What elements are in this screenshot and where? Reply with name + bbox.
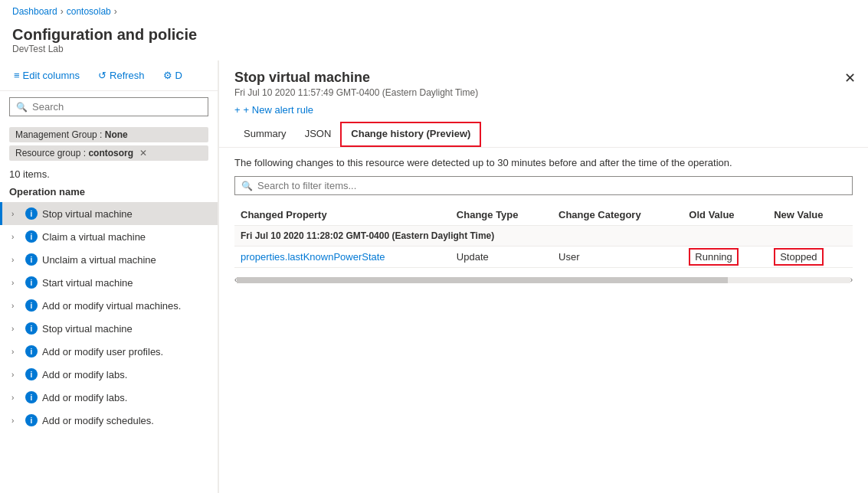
filter-search-box: 🔍	[234, 176, 853, 195]
scroll-right-arrow[interactable]: ›	[850, 276, 853, 284]
scroll-track[interactable]	[237, 277, 850, 283]
list-item[interactable]: › i Add or modify labs.	[0, 386, 218, 409]
breadcrumb-dashboard[interactable]: Dashboard	[12, 6, 57, 17]
list-item[interactable]: › i Add or modify schedules.	[0, 409, 218, 432]
new-value-badge: Stopped	[774, 248, 823, 266]
list-item[interactable]: › i Start virtual machine	[0, 271, 218, 294]
col-header-change-type: Change Type	[450, 204, 552, 226]
breadcrumb: Dashboard › contosolab ›	[0, 0, 868, 23]
new-alert-rule-button[interactable]: + + New alert rule	[219, 98, 868, 122]
chevron-right-icon: ›	[11, 210, 21, 218]
chevron-right-icon: ›	[11, 348, 21, 356]
info-icon: i	[25, 253, 38, 266]
diagnostics-icon: ⚙	[163, 70, 172, 81]
refresh-icon: ↺	[98, 70, 106, 81]
info-icon: i	[25, 414, 38, 426]
list-item[interactable]: › i Claim a virtual machine	[0, 225, 218, 248]
chevron-right-icon: ›	[11, 233, 21, 241]
change-description: The following changes to this resource w…	[234, 157, 853, 168]
chevron-right-icon: ›	[11, 256, 21, 264]
info-icon: i	[25, 345, 38, 358]
tab-change-history[interactable]: Change history (Preview)	[340, 122, 481, 147]
table-group-row: Fri Jul 10 2020 11:28:02 GMT-0400 (Easte…	[234, 226, 853, 246]
info-icon: i	[25, 391, 38, 403]
change-table: Changed Property Change Type Change Cate…	[234, 204, 853, 268]
info-icon: i	[25, 207, 38, 220]
plus-icon: +	[234, 104, 241, 116]
info-icon: i	[25, 368, 38, 380]
info-icon: i	[25, 322, 38, 335]
page-title: Configuration and policie	[12, 26, 856, 44]
chevron-right-icon: ›	[11, 279, 21, 287]
toolbar: ≡ Edit columns ↺ Refresh ⚙ D	[0, 60, 218, 91]
info-icon: i	[25, 230, 38, 243]
close-button[interactable]: ✕	[844, 70, 856, 87]
list-item[interactable]: › i Add or modify virtual machines.	[0, 294, 218, 317]
scroll-thumb	[237, 277, 727, 283]
col-header-change-category: Change Category	[552, 204, 683, 226]
col-header-new-value: New Value	[768, 204, 853, 226]
chevron-right-icon: ›	[11, 416, 21, 425]
horizontal-scrollbar: ‹ ›	[234, 274, 853, 286]
change-type-cell: Update	[450, 246, 552, 268]
old-value-cell: Running	[683, 246, 768, 268]
changed-property-link[interactable]: properties.lastKnownPowerState	[241, 251, 385, 263]
chevron-right-icon: ›	[11, 371, 21, 379]
search-icon: 🔍	[16, 102, 28, 113]
info-icon: i	[25, 276, 38, 289]
chevron-right-icon: ›	[11, 325, 21, 333]
search-box: 🔍	[9, 97, 208, 116]
left-panel: ≡ Edit columns ↺ Refresh ⚙ D 🔍	[0, 60, 218, 493]
page-title-area: Configuration and policie DevTest Lab	[0, 23, 868, 60]
filter-tag-management-group: Management Group : None	[9, 127, 208, 142]
tab-summary[interactable]: Summary	[234, 122, 296, 147]
list-item[interactable]: › i Stop virtual machine	[0, 202, 218, 225]
edit-columns-button[interactable]: ≡ Edit columns	[9, 67, 84, 84]
filter-search-icon: 🔍	[241, 181, 253, 191]
page-subtitle: DevTest Lab	[12, 44, 856, 54]
remove-resource-group-filter[interactable]: ✕	[139, 148, 147, 158]
detail-header: Stop virtual machine Fri Jul 10 2020 11:…	[219, 60, 868, 98]
changed-property-cell: properties.lastKnownPowerState	[234, 246, 450, 268]
info-icon: i	[25, 299, 38, 312]
tab-json[interactable]: JSON	[296, 122, 341, 147]
operation-name-header: Operation name	[0, 183, 218, 202]
columns-icon: ≡	[14, 70, 20, 81]
filter-tags: Management Group : None Resource group :…	[0, 122, 218, 165]
detail-title: Stop virtual machine	[234, 70, 853, 86]
detail-panel: Stop virtual machine Fri Jul 10 2020 11:…	[218, 60, 868, 493]
old-value-badge: Running	[689, 248, 738, 266]
diagnostics-button[interactable]: ⚙ D	[159, 67, 187, 84]
list-item[interactable]: › i Unclaim a virtual machine	[0, 248, 218, 271]
filter-search-input[interactable]	[257, 180, 846, 191]
search-input[interactable]	[32, 101, 201, 113]
filter-tag-resource-group: Resource group : contosorg ✕	[9, 145, 208, 161]
new-value-cell: Stopped	[768, 246, 853, 268]
list-item[interactable]: › i Stop virtual machine	[0, 317, 218, 340]
change-category-cell: User	[552, 246, 683, 268]
col-header-changed-property: Changed Property	[234, 204, 450, 226]
table-row: properties.lastKnownPowerState Update Us…	[234, 246, 853, 268]
detail-subtitle: Fri Jul 10 2020 11:57:49 GMT-0400 (Easte…	[234, 87, 853, 98]
chevron-right-icon: ›	[11, 302, 21, 310]
detail-content: The following changes to this resource w…	[219, 148, 868, 493]
item-count: 10 items.	[0, 165, 218, 183]
list-item[interactable]: › i Add or modify user profiles.	[0, 340, 218, 363]
chevron-right-icon: ›	[11, 393, 21, 402]
tabs: Summary JSON Change history (Preview)	[219, 122, 868, 148]
col-header-old-value: Old Value	[683, 204, 768, 226]
list-item[interactable]: › i Add or modify labs.	[0, 363, 218, 386]
breadcrumb-contosolab[interactable]: contosolab	[67, 6, 111, 17]
refresh-button[interactable]: ↺ Refresh	[93, 67, 149, 84]
list-items: › i Stop virtual machine › i Claim a vir…	[0, 202, 218, 493]
